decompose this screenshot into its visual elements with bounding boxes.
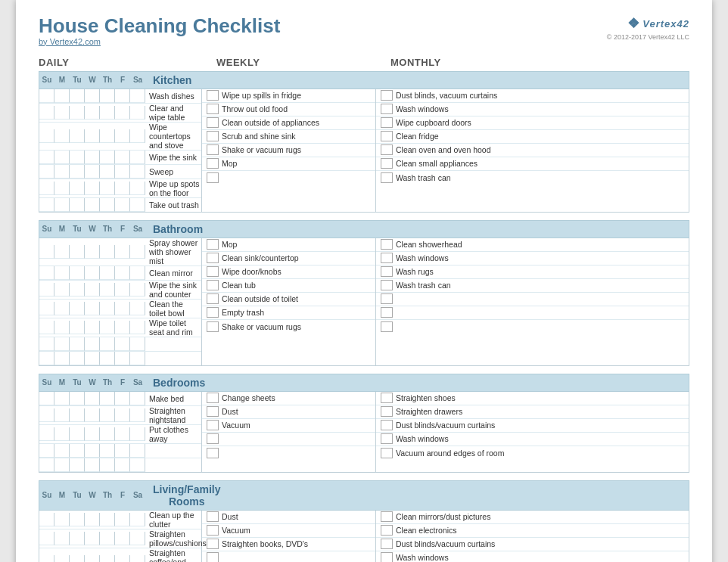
checkbox-f[interactable] (115, 198, 130, 212)
checkbox-f[interactable] (115, 129, 130, 143)
checkbox-sa[interactable] (130, 513, 145, 526)
weekly-checkbox[interactable] (207, 420, 219, 430)
checkbox-w[interactable] (85, 89, 100, 103)
checkbox-th[interactable] (100, 165, 115, 179)
checkbox-f[interactable] (115, 245, 130, 259)
checkbox-m[interactable] (54, 266, 70, 280)
checkbox-th[interactable] (100, 302, 115, 315)
checkbox-m[interactable] (54, 165, 70, 179)
weekly-checkbox[interactable] (207, 393, 219, 403)
monthly-checkbox[interactable] (381, 433, 393, 444)
checkbox-su[interactable] (39, 321, 54, 334)
checkbox-m[interactable] (54, 182, 70, 195)
checkbox-tu[interactable] (70, 555, 85, 562)
weekly-checkbox[interactable] (207, 104, 219, 114)
checkbox-sa[interactable] (130, 337, 145, 351)
monthly-checkbox[interactable] (381, 393, 393, 403)
checkbox-tu[interactable] (70, 352, 85, 365)
weekly-checkbox[interactable] (207, 266, 219, 277)
checkbox-m[interactable] (54, 198, 70, 212)
checkbox-th[interactable] (100, 444, 115, 458)
checkbox-f[interactable] (115, 321, 130, 334)
checkbox-w[interactable] (85, 532, 100, 545)
monthly-checkbox[interactable] (381, 539, 393, 549)
checkbox-m[interactable] (54, 106, 70, 120)
checkbox-tu[interactable] (70, 321, 85, 334)
monthly-checkbox[interactable] (381, 253, 393, 263)
monthly-checkbox[interactable] (381, 158, 393, 169)
checkbox-su[interactable] (39, 532, 54, 545)
checkbox-f[interactable] (115, 182, 130, 195)
checkbox-sa[interactable] (130, 444, 145, 458)
checkbox-th[interactable] (100, 555, 115, 562)
checkbox-m[interactable] (54, 427, 70, 441)
monthly-checkbox[interactable] (381, 511, 393, 522)
checkbox-su[interactable] (39, 245, 54, 259)
checkbox-tu[interactable] (70, 513, 85, 526)
checkbox-m[interactable] (54, 458, 70, 472)
checkbox-m[interactable] (54, 532, 70, 545)
weekly-checkbox[interactable] (207, 448, 219, 458)
monthly-checkbox[interactable] (381, 307, 393, 318)
checkbox-w[interactable] (85, 283, 100, 297)
checkbox-m[interactable] (54, 337, 70, 351)
checkbox-tu[interactable] (70, 408, 85, 422)
weekly-checkbox[interactable] (207, 433, 219, 444)
checkbox-sa[interactable] (130, 182, 145, 195)
checkbox-w[interactable] (85, 408, 100, 422)
checkbox-su[interactable] (39, 283, 54, 297)
checkbox-th[interactable] (100, 352, 115, 365)
checkbox-su[interactable] (39, 392, 54, 405)
monthly-checkbox[interactable] (381, 321, 393, 332)
weekly-checkbox[interactable] (207, 293, 219, 304)
checkbox-f[interactable] (115, 555, 130, 562)
checkbox-f[interactable] (115, 151, 130, 164)
monthly-checkbox[interactable] (381, 406, 393, 417)
checkbox-m[interactable] (54, 129, 70, 143)
checkbox-m[interactable] (54, 245, 70, 259)
checkbox-tu[interactable] (70, 532, 85, 545)
checkbox-th[interactable] (100, 266, 115, 280)
checkbox-f[interactable] (115, 408, 130, 422)
weekly-checkbox[interactable] (207, 280, 219, 290)
checkbox-sa[interactable] (130, 532, 145, 545)
weekly-checkbox[interactable] (207, 239, 219, 250)
weekly-checkbox[interactable] (207, 172, 219, 183)
monthly-checkbox[interactable] (381, 239, 393, 250)
checkbox-tu[interactable] (70, 458, 85, 472)
checkbox-w[interactable] (85, 198, 100, 212)
checkbox-su[interactable] (39, 198, 54, 212)
checkbox-th[interactable] (100, 458, 115, 472)
checkbox-su[interactable] (39, 408, 54, 422)
checkbox-tu[interactable] (70, 427, 85, 441)
checkbox-sa[interactable] (130, 165, 145, 179)
checkbox-su[interactable] (39, 106, 54, 120)
checkbox-sa[interactable] (130, 555, 145, 562)
checkbox-w[interactable] (85, 555, 100, 562)
checkbox-w[interactable] (85, 151, 100, 164)
checkbox-tu[interactable] (70, 129, 85, 143)
weekly-checkbox[interactable] (207, 511, 219, 522)
monthly-checkbox[interactable] (381, 525, 393, 536)
checkbox-th[interactable] (100, 182, 115, 195)
checkbox-tu[interactable] (70, 444, 85, 458)
checkbox-tu[interactable] (70, 337, 85, 351)
monthly-checkbox[interactable] (381, 144, 393, 155)
checkbox-m[interactable] (54, 513, 70, 526)
checkbox-th[interactable] (100, 408, 115, 422)
checkbox-tu[interactable] (70, 151, 85, 164)
checkbox-f[interactable] (115, 89, 130, 103)
checkbox-th[interactable] (100, 151, 115, 164)
weekly-checkbox[interactable] (207, 144, 219, 155)
checkbox-sa[interactable] (130, 245, 145, 259)
checkbox-f[interactable] (115, 392, 130, 405)
checkbox-th[interactable] (100, 129, 115, 143)
checkbox-sa[interactable] (130, 352, 145, 365)
checkbox-m[interactable] (54, 444, 70, 458)
checkbox-w[interactable] (85, 392, 100, 405)
checkbox-f[interactable] (115, 165, 130, 179)
checkbox-th[interactable] (100, 198, 115, 212)
checkbox-m[interactable] (54, 352, 70, 365)
monthly-checkbox[interactable] (381, 131, 393, 141)
checkbox-th[interactable] (100, 321, 115, 334)
